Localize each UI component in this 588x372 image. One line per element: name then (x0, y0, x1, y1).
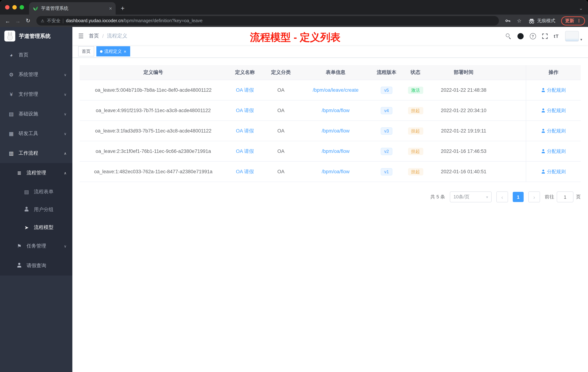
cell-category: OA (263, 108, 299, 113)
user-menu[interactable]: ▾ (565, 31, 582, 41)
goto-page-input[interactable] (557, 191, 573, 202)
sidebar-item-payment[interactable]: ¥ 支付管理 ∨ (0, 85, 72, 104)
user-group-icon (23, 207, 30, 212)
cell-definition-id: oa_leave:3:1fad3d93-7b75-11ec-a3c8-acde4… (80, 128, 227, 134)
sidebar-logo[interactable]: 芋道管理系统 (0, 27, 72, 45)
header-definition-id: 定义编号 (80, 69, 227, 76)
cell-definition-id: oa_leave:2:3c1f0ef1-76b1-11ec-9c66-a2380… (80, 149, 227, 154)
prev-page-button[interactable]: ‹ (496, 191, 508, 202)
form-info-link[interactable]: /bpm/oa/leave/create (313, 87, 358, 93)
tag-home[interactable]: 首页 (78, 46, 94, 56)
version-tag: v5 (380, 87, 392, 94)
browser-tab[interactable]: 芋道管理系统 × (29, 2, 116, 15)
address-bar[interactable]: ⚠ 不安全 dashboard.yudao.iocoder.cn/bpm/man… (36, 16, 499, 25)
page-annotation: 流程模型 - 定义列表 (250, 31, 341, 44)
form-info-link[interactable]: /bpm/oa/flow (322, 169, 349, 174)
definition-name-link[interactable]: OA 请假 (236, 128, 254, 134)
assign-rule-link[interactable]: 分配规则 (541, 107, 566, 114)
search-icon[interactable] (506, 33, 511, 39)
user-icon (541, 149, 545, 153)
tab-close-icon[interactable]: × (109, 5, 112, 11)
header-actions: 操作 (526, 65, 581, 80)
close-window-button[interactable] (5, 5, 10, 10)
page-size-select[interactable]: 10条/页 ▾ (450, 191, 492, 202)
header-form-info: 表单信息 (299, 69, 372, 76)
next-page-button[interactable]: › (528, 191, 540, 202)
assign-rule-link[interactable]: 分配规则 (541, 128, 566, 134)
cell-definition-id: oa_leave:1:482ec033-762a-11ec-8477-a2380… (80, 169, 227, 174)
main-panel: 定义编号 定义名称 定义分类 表单信息 流程版本 状态 部署时间 操作 oa_l… (72, 58, 588, 372)
tab-strip: 芋道管理系统 × + ⌄ (0, 0, 588, 15)
fullscreen-icon[interactable] (542, 33, 547, 39)
tag-process-definition[interactable]: 流程定义 × (96, 46, 130, 56)
definition-name-link[interactable]: OA 请假 (236, 107, 254, 114)
definition-name-link[interactable]: OA 请假 (236, 148, 254, 154)
cell-deploy-time: 2022-01-22 21:48:38 (430, 87, 497, 93)
form-info-link[interactable]: /bpm/oa/flow (322, 128, 349, 134)
breadcrumb-home[interactable]: 首页 (89, 33, 99, 39)
security-label[interactable]: 不安全 (47, 18, 61, 24)
current-page-button[interactable]: 1 (513, 192, 524, 202)
sidebar-item-process-model[interactable]: ➤ 流程模型 (0, 219, 72, 236)
sidebar-item-system[interactable]: ⚙ 系统管理 ∨ (0, 65, 72, 85)
browser-menu-icon[interactable]: ⋮ (577, 18, 581, 23)
sidebar-item-infrastructure[interactable]: ▤ 基础设施 ∨ (0, 104, 72, 124)
status-badge: 挂起 (408, 168, 423, 175)
avatar[interactable] (565, 31, 579, 41)
sidebar-item-user-group[interactable]: 用户分组 (0, 201, 72, 219)
password-key-icon[interactable] (505, 18, 511, 24)
process-list-icon: ≣ (16, 170, 22, 176)
form-info-link[interactable]: /bpm/oa/flow (322, 108, 349, 113)
chevron-up-icon: ∧ (64, 171, 67, 175)
new-tab-button[interactable]: + (121, 5, 125, 12)
back-button[interactable]: ← (3, 18, 12, 24)
sidebar-item-home[interactable]: ◕ 首页 (0, 45, 72, 65)
caret-down-icon: ▾ (580, 37, 582, 41)
version-tag: v3 (380, 127, 392, 134)
user-icon (541, 170, 545, 174)
sidebar-item-label: 首页 (19, 52, 28, 58)
send-icon: ➤ (23, 224, 30, 230)
definition-name-link[interactable]: OA 请假 (236, 168, 254, 175)
sidebar-item-leave-query[interactable]: 请假查询 (0, 256, 72, 275)
assign-rule-link[interactable]: 分配规则 (541, 168, 566, 175)
reload-button[interactable]: ↻ (23, 17, 33, 24)
tag-close-icon[interactable]: × (124, 49, 126, 54)
cell-category: OA (263, 149, 299, 154)
sidebar-item-label: 研发工具 (19, 130, 38, 137)
assign-rule-link[interactable]: 分配规则 (541, 148, 566, 154)
sidebar-item-workflow[interactable]: ▥ 工作流程 ∧ (0, 143, 72, 163)
font-size-icon[interactable]: tT (554, 33, 559, 39)
form-icon: ▤ (23, 189, 30, 195)
header-process-version: 流程版本 (372, 69, 401, 76)
breadcrumb: 首页 / 流程定义 (89, 33, 127, 39)
sidebar-item-label: 请假查询 (27, 263, 46, 269)
tag-label: 流程定义 (104, 48, 122, 55)
sidebar-item-process-management[interactable]: ≣ 流程管理 ∧ (0, 163, 72, 183)
sidebar-item-dev-tools[interactable]: ▦ 研发工具 ∨ (0, 124, 72, 143)
zoom-window-button[interactable] (20, 5, 24, 10)
minimize-window-button[interactable] (12, 5, 17, 10)
assign-rule-link[interactable]: 分配规则 (541, 87, 566, 93)
form-info-link[interactable]: /bpm/oa/flow (322, 149, 349, 154)
sidebar-fold-icon[interactable]: ☰ (78, 32, 84, 40)
chevron-up-icon: ∧ (64, 151, 67, 155)
breadcrumb-current: 流程定义 (107, 33, 127, 39)
infrastructure-icon: ▤ (8, 111, 15, 117)
sidebar-item-label: 任务管理 (27, 243, 46, 249)
definition-table: 定义编号 定义名称 定义分类 表单信息 流程版本 状态 部署时间 操作 oa_l… (80, 65, 581, 182)
chevron-down-icon: ∨ (64, 131, 67, 136)
chevron-down-icon: ▾ (486, 195, 488, 199)
cell-deploy-time: 2022-01-16 17:46:53 (430, 149, 497, 154)
help-icon[interactable]: ? (530, 33, 536, 39)
sidebar-item-process-form[interactable]: ▤ 流程表单 (0, 183, 72, 201)
tab-search-icon[interactable]: ⌄ (579, 5, 583, 11)
chrome-update-button[interactable]: 更新 ⋮ (561, 16, 585, 25)
app-title: 芋道管理系统 (19, 33, 51, 40)
cell-definition-id: oa_leave:5:004b710b-7b8a-11ec-8ef0-acde4… (80, 87, 227, 93)
sidebar-item-task-management[interactable]: ⚑ 任务管理 ∨ (0, 236, 72, 256)
incognito-badge: 无痕模式 (528, 18, 555, 24)
github-icon[interactable] (517, 33, 524, 39)
bookmark-star-icon[interactable]: ☆ (517, 18, 521, 24)
definition-name-link[interactable]: OA 请假 (236, 87, 254, 93)
